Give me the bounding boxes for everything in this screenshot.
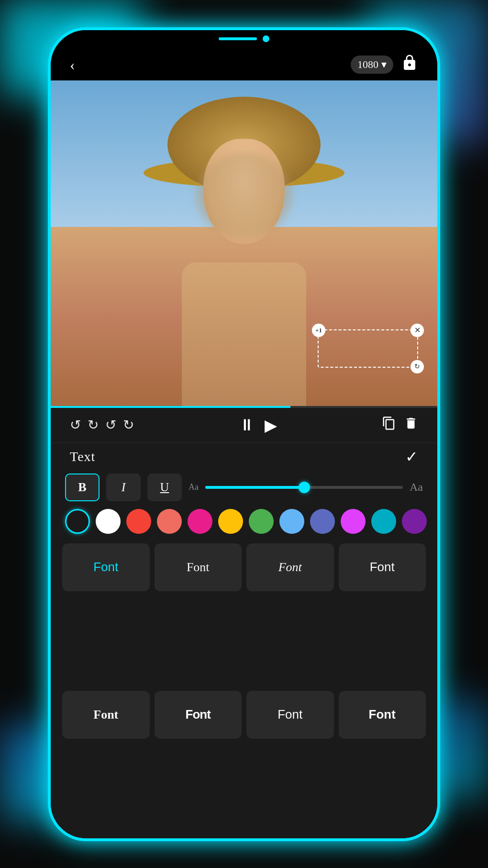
copy-button[interactable] bbox=[382, 416, 396, 434]
phone-content: ‹ 1080 ▾ bbox=[51, 30, 437, 838]
font-cell-7[interactable]: Font bbox=[339, 691, 426, 739]
color-swatch-magenta[interactable] bbox=[341, 509, 366, 534]
notch-camera bbox=[263, 35, 269, 42]
font-cell-2[interactable]: Font bbox=[246, 543, 334, 591]
slider-fill bbox=[205, 486, 304, 489]
undo-redo-group: ↺ ↻ ↺ ↻ bbox=[70, 417, 134, 433]
photo-background: +1 ✕ ↻ bbox=[51, 80, 437, 406]
color-row bbox=[51, 504, 437, 539]
color-swatch-transparent-cyan[interactable] bbox=[65, 509, 90, 534]
underline-button[interactable]: U bbox=[147, 473, 182, 501]
close-label: ✕ bbox=[414, 326, 421, 335]
selection-handle-rotate[interactable]: ↻ bbox=[410, 360, 424, 373]
action-group bbox=[382, 416, 418, 434]
text-selection-box[interactable]: +1 ✕ ↻ bbox=[318, 329, 418, 368]
text-format-row: B I U Aa Aa bbox=[51, 471, 437, 504]
size-label-small: Aa bbox=[189, 482, 199, 492]
color-swatch-teal[interactable] bbox=[371, 509, 396, 534]
color-swatch-red[interactable] bbox=[126, 509, 151, 534]
controls-area: ↺ ↻ ↺ ↻ ⏸ ▶ bbox=[51, 408, 437, 838]
font-cell-5[interactable]: Font bbox=[155, 691, 242, 739]
color-swatch-coral[interactable] bbox=[157, 509, 182, 534]
body-shape bbox=[182, 262, 306, 406]
size-label-large: Aa bbox=[410, 481, 423, 494]
play-button[interactable]: ▶ bbox=[265, 416, 277, 435]
selection-handle-plus[interactable]: +1 bbox=[312, 324, 325, 337]
color-swatch-pink[interactable] bbox=[188, 509, 212, 534]
font-cell-4[interactable]: Font bbox=[62, 691, 150, 739]
color-swatch-purple[interactable] bbox=[402, 509, 427, 534]
pause-button[interactable]: ⏸ bbox=[239, 416, 255, 435]
playback-controls: ↺ ↻ ↺ ↻ ⏸ ▶ bbox=[51, 408, 437, 443]
resolution-dropdown-icon: ▾ bbox=[381, 58, 387, 71]
font-cell-3[interactable]: Font bbox=[339, 543, 426, 591]
text-label-row: Text ✓ bbox=[51, 443, 437, 471]
notch-bar bbox=[219, 37, 257, 40]
image-canvas: +1 ✕ ↻ bbox=[51, 80, 437, 406]
bold-button[interactable]: B bbox=[65, 473, 100, 501]
phone-frame: ‹ 1080 ▾ bbox=[48, 27, 440, 841]
share-button[interactable] bbox=[401, 54, 418, 76]
redo-button[interactable]: ↻ bbox=[88, 417, 99, 433]
rotate-label: ↻ bbox=[414, 362, 420, 371]
color-swatch-green[interactable] bbox=[249, 509, 274, 534]
hair-shape bbox=[196, 152, 292, 238]
undo2-button[interactable]: ↺ bbox=[105, 417, 116, 433]
text-panel-label: Text bbox=[70, 449, 95, 464]
confirm-button[interactable]: ✓ bbox=[405, 448, 418, 466]
top-right-controls: 1080 ▾ bbox=[351, 54, 418, 76]
play-group: ⏸ ▶ bbox=[239, 416, 277, 435]
font-cell-6[interactable]: Font bbox=[246, 691, 334, 739]
color-swatch-indigo[interactable] bbox=[310, 509, 335, 534]
resolution-value: 1080 bbox=[357, 58, 378, 71]
color-swatch-white[interactable] bbox=[96, 509, 121, 534]
font-grid: FontFontFontFontFontFontFontFont bbox=[51, 539, 437, 838]
slider-thumb[interactable] bbox=[299, 482, 310, 493]
font-cell-1[interactable]: Font bbox=[155, 543, 242, 591]
resolution-badge[interactable]: 1080 ▾ bbox=[351, 56, 393, 74]
color-swatch-yellow[interactable] bbox=[218, 509, 243, 534]
font-cell-0[interactable]: Font bbox=[62, 543, 150, 591]
selection-handle-close[interactable]: ✕ bbox=[410, 324, 424, 337]
color-swatch-sky[interactable] bbox=[279, 509, 304, 534]
back-button[interactable]: ‹ bbox=[70, 56, 75, 74]
redo2-button[interactable]: ↻ bbox=[123, 417, 134, 433]
size-slider[interactable] bbox=[205, 485, 403, 490]
phone-notch bbox=[191, 30, 297, 47]
plus-label: +1 bbox=[315, 327, 322, 334]
italic-button[interactable]: I bbox=[106, 473, 141, 501]
undo-button[interactable]: ↺ bbox=[70, 417, 81, 433]
delete-button[interactable] bbox=[404, 416, 418, 434]
